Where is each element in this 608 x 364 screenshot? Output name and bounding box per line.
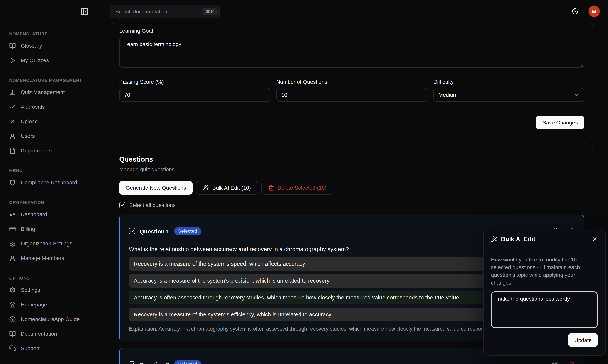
book-open-icon <box>9 330 16 337</box>
sidebar-item-settings[interactable]: Settings <box>5 283 92 297</box>
sidebar-item-label: Upload <box>21 118 38 124</box>
gear-icon <box>9 287 16 293</box>
bulk-ai-edit-button[interactable]: Bulk AI Edit (10) <box>196 181 258 195</box>
selected-badge: Selected <box>174 227 201 235</box>
bulk-ai-edit-modal: Bulk AI Edit How would you like to modif… <box>483 229 606 356</box>
question-1-checkbox[interactable] <box>129 228 135 234</box>
check-icon <box>120 203 124 207</box>
help-circle-icon <box>9 316 16 322</box>
sidebar-item-label: Users <box>21 133 35 139</box>
section-label: NOMENCLATURE <box>9 31 92 36</box>
bulk-edit-instruction-textarea[interactable]: make the questions less wordy <box>491 291 598 328</box>
generate-questions-button[interactable]: Generate New Questions <box>119 181 193 195</box>
sidebar-item-label: Organization Settings <box>21 240 72 247</box>
difficulty-field: Difficulty Medium <box>433 79 584 102</box>
passing-score-label: Passing Score (%) <box>119 79 270 85</box>
resize-grip-icon[interactable] <box>580 64 583 68</box>
bar-chart-icon <box>9 89 16 95</box>
sidebar-item-documentation[interactable]: Documentation <box>5 326 92 341</box>
user-icon <box>9 133 16 139</box>
search-bar[interactable]: ⌘ K <box>110 5 220 18</box>
home-icon <box>9 301 16 308</box>
user-avatar[interactable]: M <box>588 5 600 18</box>
learning-goal-label: Learning Goal <box>119 28 584 34</box>
shield-icon <box>9 179 16 186</box>
save-changes-button[interactable]: Save Changes <box>536 116 584 130</box>
learning-goal-textarea[interactable]: Learn basic terminology <box>119 37 584 68</box>
difficulty-label: Difficulty <box>433 79 584 85</box>
difficulty-value: Medium <box>439 92 458 98</box>
sidebar-item-label: Homepage <box>21 301 47 308</box>
question-1-title: Question 1 <box>139 228 169 234</box>
sidebar-item-departments[interactable]: Departments <box>5 143 92 158</box>
update-button[interactable]: Update <box>568 333 598 347</box>
wand-sparkles-icon <box>203 185 209 191</box>
sidebar-section-nomenclature-management: NOMENCLATURE MANAGEMENT Quiz Management … <box>5 78 92 158</box>
sidebar-item-approvals[interactable]: Approvals <box>5 99 92 114</box>
sidebar-item-quiz-management[interactable]: Quiz Management <box>5 85 92 99</box>
topbar: ⌘ K M <box>97 0 608 23</box>
select-all-label: Select all questions <box>129 202 176 208</box>
section-label: ORGANIZATION <box>9 200 92 205</box>
gear-icon <box>9 240 16 247</box>
app-window: NOMENCLATURE Glossary My Quizzes NOMENCL… <box>0 0 608 364</box>
sidebar-item-label: Compliance Dashboard <box>21 179 77 185</box>
sidebar-item-homepage[interactable]: Homepage <box>5 297 92 312</box>
book-open-icon <box>9 42 16 49</box>
sidebar-item-label: Manage Members <box>21 255 64 261</box>
sidebar-item-compliance-dashboard[interactable]: Compliance Dashboard <box>5 175 92 190</box>
question-2-title: Question 2 <box>139 361 169 364</box>
sidebar-item-manage-members[interactable]: Manage Members <box>5 251 92 265</box>
delete-question-icon[interactable] <box>569 361 575 364</box>
play-icon <box>9 57 16 64</box>
modal-description: How would you like to modify the 10 sele… <box>491 256 598 286</box>
sidebar-item-label: Departments <box>21 147 52 154</box>
sidebar-item-billing[interactable]: Billing <box>5 221 92 236</box>
sidebar-item-label: Billing <box>21 226 35 232</box>
passing-score-input[interactable] <box>124 92 265 98</box>
avatar-initial: M <box>592 8 596 14</box>
sidebar-item-label: My Quizzes <box>21 57 49 63</box>
check-icon <box>9 104 16 110</box>
sidebar-item-users[interactable]: Users <box>5 129 92 143</box>
difficulty-select[interactable]: Medium <box>433 88 584 102</box>
passing-score-field: Passing Score (%) <box>119 79 270 102</box>
user-icon <box>9 255 16 261</box>
search-shortcut-badge: ⌘ K <box>203 8 217 15</box>
sidebar-item-glossary[interactable]: Glossary <box>5 39 92 53</box>
num-questions-input[interactable] <box>281 92 422 98</box>
sidebar-section-menu: MENU Compliance Dashboard <box>5 168 92 190</box>
select-all-checkbox[interactable] <box>119 202 125 208</box>
sidebar-section-options: OPTIONS Settings Homepage NomenclatureAp… <box>5 276 92 356</box>
close-icon[interactable] <box>592 236 598 242</box>
sidebar-item-label: NomenclatureApp Guide <box>21 316 80 322</box>
modal-title: Bulk AI Edit <box>501 235 535 243</box>
section-label: MENU <box>9 168 92 173</box>
selected-badge: Selected <box>174 360 201 364</box>
sidebar-item-support[interactable]: Support <box>5 341 92 356</box>
sidebar: NOMENCLATURE Glossary My Quizzes NOMENCL… <box>0 0 97 364</box>
ai-edit-question-icon[interactable] <box>552 361 558 364</box>
sidebar-item-label: Approvals <box>21 104 45 110</box>
num-questions-label: Number of Questions <box>276 79 427 85</box>
question-2-checkbox[interactable] <box>129 361 135 364</box>
moon-icon <box>571 8 579 15</box>
chat-icon <box>9 345 16 351</box>
delete-selected-button[interactable]: Delete Selected (10) <box>261 181 333 195</box>
search-input[interactable] <box>115 9 203 14</box>
sidebar-item-label: Dashboard <box>21 211 47 217</box>
sidebar-collapse-button[interactable] <box>80 7 89 16</box>
check-icon <box>130 362 134 364</box>
sidebar-item-dashboard[interactable]: Dashboard <box>5 207 92 221</box>
sidebar-item-guide[interactable]: NomenclatureApp Guide <box>5 312 92 326</box>
num-questions-field: Number of Questions <box>276 79 427 102</box>
sidebar-item-upload[interactable]: Upload <box>5 114 92 129</box>
sidebar-item-label: Glossary <box>21 43 42 49</box>
questions-subtitle: Manage quiz questions <box>119 166 584 172</box>
sidebar-item-my-quizzes[interactable]: My Quizzes <box>5 53 92 68</box>
sidebar-item-organization-settings[interactable]: Organization Settings <box>5 236 92 251</box>
questions-title: Questions <box>119 156 584 164</box>
theme-toggle-button[interactable] <box>571 8 579 15</box>
sidebar-item-label: Settings <box>21 287 40 293</box>
sidebar-section-organization: ORGANIZATION Dashboard Billing Organizat… <box>5 200 92 265</box>
